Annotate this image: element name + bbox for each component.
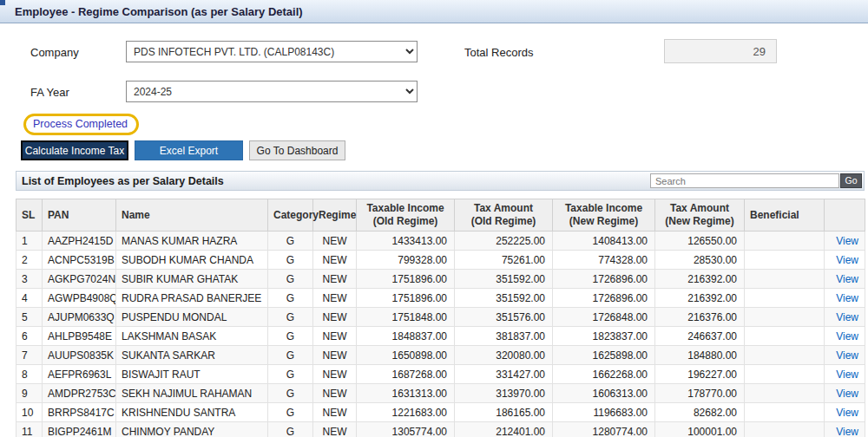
cell-tax-amount-new: 100001.00 [655,422,745,437]
cell-tax-amount-old: 212401.00 [455,422,553,437]
cell-view: View [825,251,865,270]
cell-name: KRISHNENDU SANTRA [116,403,268,422]
cell-sl: 6 [16,327,43,346]
cell-tax-amount-old: 320080.00 [455,346,553,365]
view-link[interactable]: View [836,273,858,285]
cell-category: G [268,308,313,327]
view-link[interactable]: View [836,254,858,266]
view-link[interactable]: View [836,369,858,381]
table-row: 8AEFPR6963LBISWAJIT RAUTGNEW1687268.0033… [16,365,865,384]
cell-tax-amount-new: 178770.00 [655,384,745,403]
window-corner-mark [0,0,5,5]
cell-taxable-income-new: 1726896.00 [553,289,655,308]
cell-name: SUBIR KUMAR GHATAK [116,270,268,289]
cell-view: View [825,384,865,403]
cell-category: G [268,232,313,251]
cell-pan: ACNPC5319B [43,251,116,270]
cell-taxable-income-old: 799328.00 [357,251,455,270]
table-row: 5AJUPM0633QPUSPENDU MONDALGNEW1751848.00… [16,308,865,327]
view-link[interactable]: View [836,349,858,362]
cell-tax-amount-new: 246637.00 [655,327,745,346]
cell-regime: NEW [313,365,357,384]
col-header-pan: PAN [43,199,116,232]
cell-category: G [268,384,313,403]
cell-sl: 10 [16,403,43,422]
cell-pan: AAZPH2415D [43,232,116,251]
cell-taxable-income-old: 1433413.00 [357,232,455,251]
cell-view: View [825,308,865,327]
cell-view: View [825,327,865,346]
cell-pan: AUUPS0835K [43,346,116,365]
view-link[interactable]: View [836,292,858,304]
cell-name: PUSPENDU MONDAL [116,308,268,327]
view-link[interactable]: View [836,235,858,247]
col-header-taxable-income-old: Taxable Income (Old Regime) [357,199,455,232]
cell-pan: AMDPR2753C [43,384,116,403]
cell-tax-amount-new: 196227.00 [655,365,745,384]
cell-beneficial [745,251,825,270]
cell-tax-amount-old: 313970.00 [455,384,553,403]
view-link[interactable]: View [836,330,858,342]
table-row: 7AUUPS0835KSUKANTA SARKARGNEW1650898.003… [16,346,865,365]
cell-tax-amount-old: 351576.00 [455,308,553,327]
cell-name: SUKANTA SARKAR [116,346,268,365]
cell-tax-amount-old: 75261.00 [455,251,553,270]
process-status-badge: Process Completed [23,114,139,135]
cell-name: RUDRA PRASAD BANERJEE [116,289,268,308]
go-to-dashboard-button[interactable]: Go To Dashboard [249,140,345,160]
cell-beneficial [745,365,825,384]
cell-taxable-income-new: 774328.00 [553,251,655,270]
cell-name: LAKSHMAN BASAK [116,327,268,346]
col-header-tax-amount-new: Tax Amount (New Regime) [655,199,745,232]
cell-sl: 8 [16,365,43,384]
cell-taxable-income-old: 1305774.00 [357,422,455,437]
cell-regime: NEW [313,422,357,437]
cell-category: G [268,289,313,308]
total-records-label: Total Records [464,46,533,59]
col-header-view [825,199,865,232]
cell-taxable-income-old: 1751896.00 [357,270,455,289]
cell-taxable-income-new: 1408413.00 [553,232,655,251]
table-header-row: SL PAN Name Category Regime Taxable Inco… [16,199,865,232]
table-row: 4AGWPB4908QRUDRA PRASAD BANERJEEGNEW1751… [16,289,865,308]
view-link[interactable]: View [836,407,858,419]
view-link[interactable]: View [836,426,858,437]
cell-taxable-income-old: 1631313.00 [357,384,455,403]
cell-pan: AJUPM0633Q [43,308,116,327]
cell-beneficial [745,270,825,289]
company-select[interactable]: PDS INFOTECH PVT. LTD. (CALP08143C) [126,41,418,62]
cell-category: G [268,327,313,346]
cell-taxable-income-new: 1662268.00 [553,365,655,384]
view-link[interactable]: View [836,311,858,323]
page-title: Employee - Regime Comparison (as per Sal… [15,5,303,18]
cell-pan: BIGPP2461M [43,422,116,437]
cell-tax-amount-new: 184880.00 [655,346,745,365]
cell-taxable-income-old: 1650898.00 [357,346,455,365]
cell-view: View [825,270,865,289]
excel-export-button[interactable]: Excel Export [135,140,243,160]
view-link[interactable]: View [836,388,858,400]
employee-table: SL PAN Name Category Regime Taxable Inco… [16,199,865,437]
cell-taxable-income-old: 1751896.00 [357,289,455,308]
cell-pan: AGWPB4908Q [43,289,116,308]
cell-taxable-income-old: 1848837.00 [357,327,455,346]
search-input[interactable] [650,173,839,188]
employee-list-section: List of Employees as per Salary Details … [16,171,865,437]
filter-form: Company PDS INFOTECH PVT. LTD. (CALP0814… [0,23,868,171]
employee-table-body: 1AAZPH2415DMANAS KUMAR HAZRAGNEW1433413.… [16,232,865,437]
col-header-beneficial: Beneficial [745,199,825,232]
cell-sl: 5 [16,308,43,327]
calculate-income-tax-button[interactable]: Calculate Income Tax [21,140,128,160]
cell-tax-amount-new: 216376.00 [655,308,745,327]
cell-view: View [825,422,865,437]
cell-sl: 1 [16,232,43,251]
fa-year-select[interactable]: 2024-25 [126,81,418,102]
search-go-button[interactable]: Go [840,173,862,188]
cell-taxable-income-new: 1625898.00 [553,346,655,365]
cell-taxable-income-new: 1606313.00 [553,384,655,403]
cell-category: G [268,270,313,289]
cell-sl: 2 [16,251,43,270]
cell-beneficial [745,289,825,308]
cell-regime: NEW [313,289,357,308]
cell-tax-amount-old: 331427.00 [455,365,553,384]
